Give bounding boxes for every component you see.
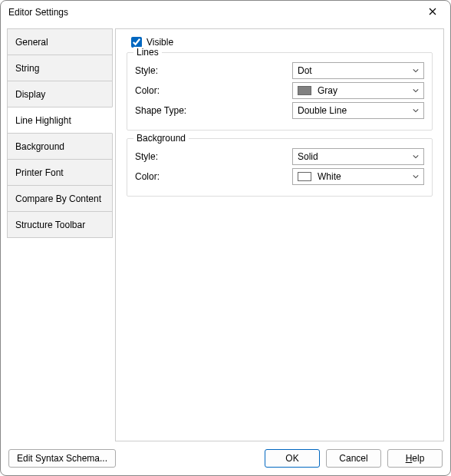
footer: Edit Syntax Schema... OK Cancel Help [1,441,450,475]
lines-shape-label: Shape Type: [135,105,292,116]
cancel-button[interactable]: Cancel [326,449,381,468]
tab-general[interactable]: General [7,28,113,55]
background-group: Background Style: Solid Color: White [127,138,433,197]
background-color-select[interactable]: White [292,168,424,185]
tab-list: General String Display Line Highlight Ba… [7,28,113,441]
lines-style-label: Style: [135,65,292,76]
lines-color-select[interactable]: Gray [292,82,424,99]
background-color-label: Color: [135,171,292,182]
background-style-label: Style: [135,151,292,162]
chevron-down-icon [413,85,419,96]
help-button[interactable]: Help [387,449,443,468]
lines-style-select[interactable]: Dot [292,62,424,79]
chevron-down-icon [413,65,419,76]
lines-legend: Lines [133,47,162,58]
chevron-down-icon [413,171,419,182]
lines-shape-select[interactable]: Double Line [292,102,424,119]
ok-button[interactable]: OK [265,449,320,468]
lines-group: Lines Style: Dot Color: Gray Shape Type: [127,52,433,131]
edit-syntax-schema-button[interactable]: Edit Syntax Schema... [8,449,116,468]
visible-label: Visible [146,37,173,48]
tab-structure-toolbar[interactable]: Structure Toolbar [7,211,113,238]
chevron-down-icon [413,151,419,162]
close-icon [429,7,436,18]
content-panel: Visible Lines Style: Dot Color: Gray [115,28,444,441]
visible-checkbox[interactable] [131,37,142,48]
close-button[interactable] [421,1,444,24]
tab-string[interactable]: String [7,55,113,81]
window-title: Editor Settings [8,7,421,18]
background-legend: Background [133,133,189,144]
lines-color-label: Color: [135,85,292,96]
color-swatch-white [298,172,311,181]
chevron-down-icon [413,105,419,116]
background-style-select[interactable]: Solid [292,148,424,165]
tab-background[interactable]: Background [7,133,113,160]
tab-display[interactable]: Display [7,81,113,107]
tab-line-highlight[interactable]: Line Highlight [7,107,113,134]
titlebar: Editor Settings [1,1,450,24]
color-swatch-gray [298,86,311,95]
tab-printer-font[interactable]: Printer Font [7,159,113,186]
tab-compare-by-content[interactable]: Compare By Content [7,185,113,212]
